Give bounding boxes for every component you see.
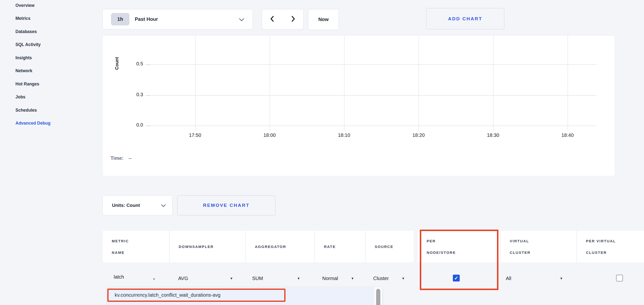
time-range-badge: 1h — [111, 13, 130, 25]
chart-panel: Count 0.5 0.3 0.0 17:50 18:00 18:10 18:2… — [102, 35, 615, 176]
chevron-down-icon — [239, 18, 244, 22]
y-tick-label: 0.3 — [124, 92, 143, 97]
gridline-x-1820 — [418, 36, 419, 131]
add-chart-button[interactable]: ADD CHART — [426, 8, 504, 29]
column-header-per-node-store: PER NODE/STORE — [418, 231, 500, 262]
sidebar-item-jobs[interactable]: Jobs — [16, 92, 26, 101]
dropdown-scrollbar[interactable] — [374, 287, 382, 305]
downsampler-select[interactable]: AVG — [178, 276, 188, 281]
sidebar-item-advanced-debug[interactable]: Advanced Debug — [16, 119, 50, 128]
metric-suggestion-text: kv.concurrency.latch_conflict_wait_durat… — [115, 292, 220, 298]
sidebar-item-sql-activity[interactable]: SQL Activity — [16, 40, 41, 49]
units-select-value: Units: Count — [112, 203, 140, 208]
column-header-downsampler: DOWNSAMPLER — [170, 231, 245, 262]
gridline-x-1810 — [344, 36, 344, 131]
gridline-y-0_3 — [146, 95, 596, 96]
metric-name-input[interactable] — [114, 274, 150, 280]
y-tick-label: 0.5 — [124, 61, 143, 67]
column-header-source: SOURCE — [366, 231, 414, 262]
aggregator-select[interactable]: SUM — [252, 276, 263, 281]
column-header-aggregator: AGGREGATOR — [246, 231, 314, 262]
per-node-store-checkbox[interactable]: ✓ — [453, 275, 460, 282]
column-header-virtual-cluster: VIRTUAL CLUSTER — [501, 231, 576, 262]
scrollbar-thumb[interactable] — [376, 289, 380, 305]
time-value: -- — [128, 155, 132, 161]
y-axis-label: Count — [114, 41, 120, 85]
column-header-rate: RATE — [315, 231, 365, 262]
gridline-y-0_0 — [146, 126, 596, 126]
x-tick-label: 18:10 — [327, 132, 361, 138]
gridline-x-1840 — [568, 36, 568, 131]
check-icon: ✓ — [454, 275, 458, 281]
time-label: Time: — [110, 155, 124, 161]
source-select[interactable]: Cluster — [373, 276, 389, 281]
now-button[interactable]: Now — [308, 9, 339, 30]
column-header-metric-name: METRIC NAME — [103, 231, 169, 262]
metric-suggestion-item[interactable]: kv.concurrency.latch_conflict_wait_durat… — [107, 287, 374, 305]
dropdown-arrow-icon[interactable]: ▼ — [560, 277, 563, 280]
dropdown-arrow-icon[interactable]: ▼ — [230, 277, 233, 280]
y-tick-label: 0.0 — [124, 122, 143, 128]
time-range-picker[interactable]: 1h Past Hour — [102, 9, 253, 29]
units-select[interactable]: Units: Count — [102, 195, 172, 215]
sort-up-icon: ▲ — [152, 277, 156, 280]
advanced-debug-custom-chart-page: Overview Metrics Databases SQL Activity … — [0, 0, 644, 305]
chevron-down-icon — [161, 204, 166, 207]
x-tick-label: 17:50 — [178, 132, 212, 138]
gridline-x-1800 — [270, 36, 270, 131]
sidebar-item-databases[interactable]: Databases — [16, 27, 37, 36]
sidebar-item-hot-ranges[interactable]: Hot Ranges — [16, 79, 39, 88]
x-tick-label: 18:20 — [402, 132, 436, 138]
remove-chart-button[interactable]: REMOVE CHART — [177, 195, 276, 215]
metric-suggestion-dropdown: kv.concurrency.latch_conflict_wait_durat… — [107, 287, 382, 305]
x-tick-label: 18:00 — [252, 132, 287, 138]
x-tick-label: 18:30 — [476, 132, 510, 138]
hover-time-readout: Time:-- — [110, 155, 132, 161]
gridline-y-0_5 — [146, 64, 596, 65]
time-range-label: Past Hour — [135, 16, 158, 22]
x-tick-label: 18:40 — [550, 132, 585, 138]
per-virtual-cluster-checkbox[interactable] — [616, 275, 623, 282]
gridline-x-1830 — [493, 36, 494, 131]
prev-range-button[interactable] — [262, 9, 283, 29]
sidebar-item-schedules[interactable]: Schedules — [16, 106, 37, 115]
column-header-per-virtual-cluster: PER VIRTUAL CLUSTER — [577, 231, 644, 262]
chevron-right-icon — [290, 15, 296, 23]
dropdown-arrow-icon[interactable]: ▼ — [297, 277, 300, 280]
sidebar-item-metrics[interactable]: Metrics — [16, 14, 30, 23]
dropdown-arrow-icon[interactable]: ▼ — [351, 277, 354, 280]
next-range-button[interactable] — [282, 9, 304, 29]
chevron-left-icon — [269, 15, 275, 23]
virtual-cluster-select[interactable]: All — [506, 276, 511, 281]
rate-select[interactable]: Normal — [322, 276, 338, 281]
sidebar-item-insights[interactable]: Insights — [16, 53, 32, 62]
gridline-x-1750 — [195, 36, 196, 131]
dropdown-arrow-icon[interactable]: ▼ — [402, 277, 405, 280]
sidebar-item-network[interactable]: Network — [16, 66, 32, 75]
sidebar-item-overview[interactable]: Overview — [16, 1, 34, 10]
